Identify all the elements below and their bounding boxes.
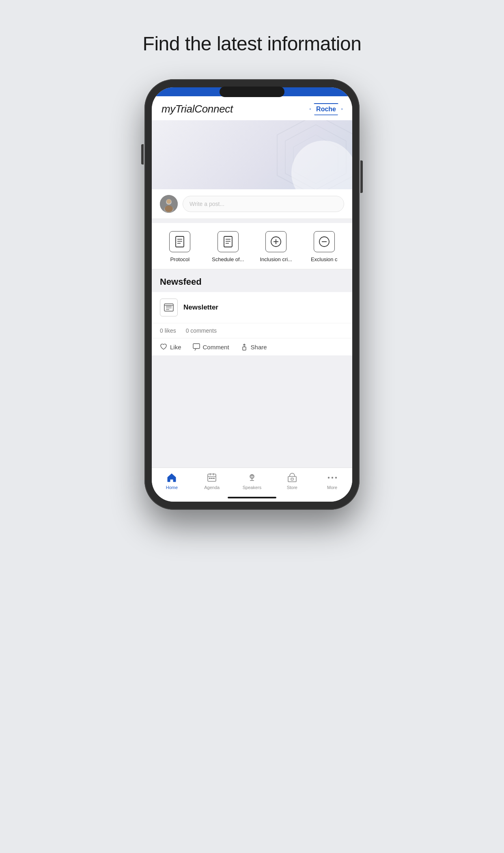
svg-rect-36 — [209, 478, 211, 479]
exclusion-icon-wrap — [314, 231, 335, 252]
svg-point-47 — [335, 477, 336, 478]
quick-action-inclusion[interactable]: Inclusion cri... — [252, 231, 300, 262]
svg-rect-30 — [243, 347, 246, 350]
news-title: Newsletter — [183, 303, 218, 312]
comment-icon — [193, 343, 200, 351]
agenda-icon — [206, 472, 218, 483]
phone-screen: myTrialConnect Roche — [152, 87, 352, 502]
schedule-label: Schedule of... — [212, 256, 244, 262]
svg-rect-44 — [291, 478, 293, 480]
svg-rect-37 — [211, 478, 213, 479]
roche-brand-badge: Roche — [310, 103, 342, 115]
tab-more-label: More — [327, 485, 337, 490]
newsletter-icon — [160, 299, 178, 316]
svg-rect-10 — [176, 236, 184, 247]
tab-agenda-label: Agenda — [204, 485, 220, 490]
svg-point-46 — [331, 477, 333, 478]
tab-speakers-label: Speakers — [243, 485, 261, 490]
tab-speakers[interactable]: Speakers — [232, 472, 272, 490]
svg-line-29 — [195, 349, 196, 351]
page-title: Find the latest information — [143, 32, 362, 55]
svg-rect-23 — [164, 304, 173, 311]
news-actions: Like Comment — [152, 338, 352, 355]
quick-action-exclusion[interactable]: Exclusion c — [300, 231, 349, 262]
share-button[interactable]: Share — [241, 343, 267, 351]
comment-button[interactable]: Comment — [193, 343, 229, 351]
home-indicator — [228, 497, 276, 498]
schedule-icon-wrap — [218, 231, 239, 252]
like-button[interactable]: Like — [160, 343, 181, 351]
heart-icon — [160, 343, 167, 351]
share-icon — [241, 343, 248, 351]
comments-count: 0 comments — [186, 327, 217, 334]
svg-rect-43 — [288, 476, 296, 482]
inclusion-icon-wrap — [265, 231, 286, 252]
tab-store-label: Store — [287, 485, 297, 490]
quick-actions-bar: Protocol Schedule of... — [152, 223, 352, 269]
svg-rect-38 — [213, 478, 215, 479]
newsfeed-section: Newsfeed Newsletter — [152, 269, 352, 468]
svg-point-9 — [165, 206, 173, 212]
inclusion-label: Inclusion cri... — [260, 256, 292, 262]
user-avatar — [160, 195, 178, 213]
separator-1 — [152, 219, 352, 223]
news-stats: 0 likes 0 comments — [152, 323, 352, 338]
svg-point-8 — [167, 199, 171, 204]
likes-count: 0 likes — [160, 327, 176, 334]
tab-more[interactable]: More — [312, 472, 352, 490]
exclusion-label: Exclusion c — [311, 256, 338, 262]
post-input-area: Write a post... — [152, 189, 352, 219]
hero-banner — [152, 120, 352, 189]
svg-rect-14 — [224, 236, 232, 247]
home-icon — [166, 472, 177, 483]
tab-agenda[interactable]: Agenda — [192, 472, 232, 490]
svg-rect-28 — [193, 344, 200, 349]
protocol-icon-wrap — [169, 231, 190, 252]
news-card: Newsletter 0 likes 0 comments Like — [152, 292, 352, 355]
svg-point-45 — [327, 477, 329, 478]
tab-bar: Home Agenda — [152, 468, 352, 502]
phone-notch — [220, 87, 284, 97]
newsfeed-heading: Newsfeed — [152, 269, 352, 292]
speakers-icon — [246, 472, 258, 483]
phone-device: myTrialConnect Roche — [144, 79, 360, 510]
protocol-label: Protocol — [170, 256, 190, 262]
quick-action-schedule[interactable]: Schedule of... — [204, 231, 252, 262]
more-icon — [327, 472, 338, 483]
tab-home-label: Home — [166, 485, 178, 490]
quick-action-protocol[interactable]: Protocol — [156, 231, 204, 262]
tab-store[interactable]: Store — [272, 472, 312, 490]
app-logo: myTrialConnect — [162, 103, 233, 115]
news-card-header: Newsletter — [152, 292, 352, 323]
post-input[interactable]: Write a post... — [183, 196, 344, 212]
store-icon — [286, 472, 298, 483]
tab-home[interactable]: Home — [152, 472, 192, 490]
app-header: myTrialConnect Roche — [152, 96, 352, 120]
